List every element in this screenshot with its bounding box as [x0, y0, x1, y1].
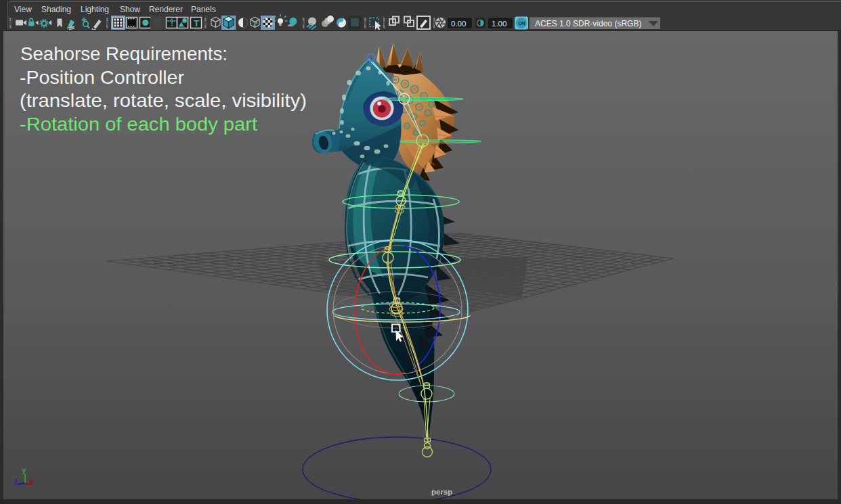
svg-text:Panels: Panels — [191, 5, 216, 14]
svg-text:ACES 1.0 SDR-video (sRGB): ACES 1.0 SDR-video (sRGB) — [535, 19, 641, 28]
svg-text:0.00: 0.00 — [451, 20, 466, 28]
svg-text:View: View — [14, 5, 32, 14]
svg-text:x: x — [30, 478, 34, 485]
svg-text:-Position Controller: -Position Controller — [20, 66, 184, 88]
svg-text:y: y — [22, 467, 26, 474]
svg-text:Seahorse Requirements:: Seahorse Requirements: — [20, 43, 228, 64]
svg-text:Renderer: Renderer — [149, 5, 183, 14]
svg-text:1.00: 1.00 — [492, 20, 506, 28]
svg-text:Show: Show — [120, 5, 140, 14]
svg-text:(translate, rotate, scale, vis: (translate, rotate, scale, visibility) — [20, 89, 307, 111]
svg-text:T: T — [194, 18, 200, 28]
svg-text:z: z — [14, 478, 18, 485]
svg-text:Shading: Shading — [41, 5, 71, 14]
svg-text:persp: persp — [431, 488, 452, 496]
svg-text:-Rotation of each body part: -Rotation of each body part — [20, 113, 257, 135]
svg-text:Lighting: Lighting — [81, 5, 109, 14]
svg-text:ON: ON — [518, 21, 525, 26]
